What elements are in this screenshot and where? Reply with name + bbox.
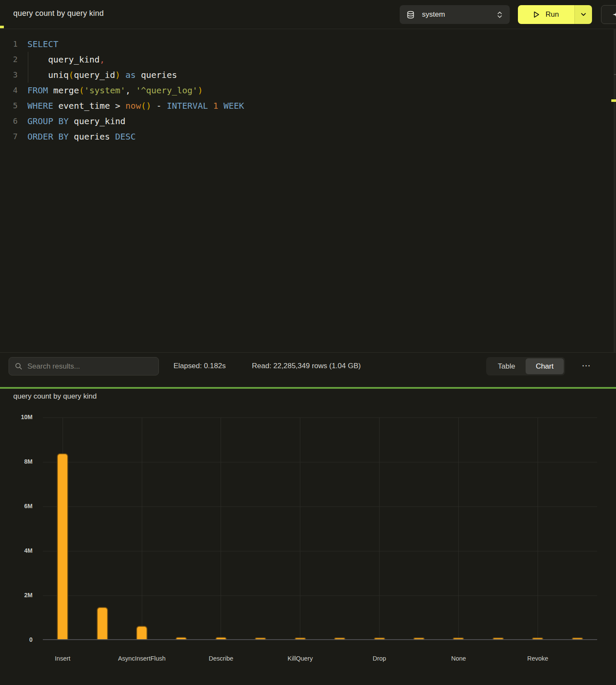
bar-unlabeled[interactable] (255, 637, 266, 639)
indent-guide (28, 52, 28, 83)
code-text: FROM merge('system', '^query_log') (18, 83, 203, 98)
x-tick-label: Drop (373, 655, 386, 662)
x-tick-label: None (451, 655, 466, 662)
bar-slot (399, 417, 439, 639)
bar-Drop[interactable] (374, 637, 385, 639)
line-number: 6 (0, 113, 18, 129)
code-text: ORDER BY queries DESC (18, 129, 136, 144)
y-tick-label: 6M (0, 503, 33, 509)
code-line[interactable]: 5WHERE event_time > now() - INTERVAL 1 W… (0, 98, 616, 113)
run-options-button[interactable] (574, 5, 592, 24)
x-tick-label: Revoke (527, 655, 548, 662)
bar-slot (201, 417, 241, 639)
x-tick-label: Insert (55, 655, 70, 662)
run-button-group: Run (518, 5, 592, 24)
search-icon (15, 363, 22, 370)
database-icon (407, 11, 415, 19)
bar-slot (43, 417, 82, 639)
bar-slot (281, 417, 320, 639)
bar-slot (557, 417, 597, 639)
tab-chart[interactable]: Chart (526, 358, 564, 374)
search-results-input[interactable] (27, 362, 147, 371)
code-line[interactable]: 3 uniq(query_id) as queries (0, 67, 616, 83)
x-tick-label: Describe (209, 655, 233, 662)
bar-slot (82, 417, 122, 639)
line-number: 7 (0, 129, 18, 144)
editor-cursor-mark (0, 26, 4, 28)
code-text: query_kind, (18, 52, 105, 67)
bar-slot (241, 417, 280, 639)
bar-slot (122, 417, 161, 639)
bar-unlabeled[interactable] (176, 637, 187, 639)
chevron-down-icon (581, 13, 586, 16)
code-line[interactable]: 2 query_kind, (0, 52, 616, 67)
bar-None[interactable] (453, 637, 464, 639)
y-tick-label: 4M (0, 547, 33, 554)
bar-unlabeled[interactable] (413, 637, 425, 639)
bar-slot (161, 417, 201, 639)
elapsed-stat: Elapsed: 0.182s (173, 362, 226, 370)
query-title: query count by query kind (13, 9, 104, 18)
bar-unlabeled[interactable] (334, 637, 345, 639)
chart-panel: query count by query kind 10M8M6M4M2M0 I… (0, 389, 616, 684)
tab-table[interactable]: Table (487, 358, 526, 374)
database-selector[interactable]: system (400, 5, 510, 24)
bar-Insert[interactable] (57, 453, 68, 639)
run-button[interactable]: Run (518, 5, 574, 24)
line-number: 2 (0, 52, 18, 67)
y-tick-label: 0 (0, 636, 33, 643)
sql-console-app: query count by query kind system (0, 0, 616, 685)
code-line[interactable]: 4FROM merge('system', '^query_log') (0, 83, 616, 98)
bar-unlabeled[interactable] (493, 637, 504, 639)
code-line[interactable]: 7ORDER BY queries DESC (0, 129, 616, 144)
y-tick-label: 8M (0, 458, 33, 465)
sparkle-icon (611, 9, 616, 20)
code-line[interactable]: 6GROUP BY query_kind (0, 113, 616, 129)
code-text: SELECT (18, 36, 58, 52)
bar-unlabeled[interactable] (572, 637, 583, 639)
bar-Revoke[interactable] (532, 637, 543, 639)
read-stat: Read: 22,285,349 rows (1.04 GB) (252, 362, 361, 370)
database-selector-value: system (422, 10, 496, 19)
editor-scrollbar[interactable] (614, 29, 616, 352)
bar-slot (518, 417, 557, 639)
plot-area (43, 417, 597, 640)
sql-editor[interactable]: 1SELECT2 query_kind,3 uniq(query_id) as … (0, 29, 616, 352)
run-button-label: Run (545, 10, 559, 19)
bar-AsyncInsertFlush[interactable] (136, 626, 147, 639)
scrollbar-marker (611, 99, 616, 102)
x-tick-label: KillQuery (287, 655, 313, 662)
bar-slot (320, 417, 359, 639)
line-number: 5 (0, 98, 18, 113)
code-text: WHERE event_time > now() - INTERVAL 1 WE… (18, 98, 244, 113)
x-tick-label: AsyncInsertFlush (118, 655, 165, 662)
code-line[interactable]: 1SELECT (0, 36, 616, 52)
y-tick-label: 2M (0, 592, 33, 599)
topbar: query count by query kind system (0, 0, 616, 29)
code-text: GROUP BY query_kind (18, 113, 126, 129)
code-lines: 1SELECT2 query_kind,3 uniq(query_id) as … (0, 29, 616, 144)
search-results-box[interactable] (9, 357, 159, 375)
ai-assist-button[interactable] (601, 5, 616, 24)
chart-title: query count by query kind (0, 392, 616, 402)
play-icon (533, 11, 540, 18)
bar-Describe[interactable] (215, 637, 227, 639)
line-number: 3 (0, 67, 18, 83)
bar-chart: 10M8M6M4M2M0 InsertAsyncInsertFlushDescr… (0, 417, 616, 674)
y-axis-labels: 10M8M6M4M2M0 (0, 417, 33, 640)
y-tick-label: 10M (0, 414, 33, 420)
x-axis-labels: InsertAsyncInsertFlushDescribeKillQueryD… (43, 655, 597, 665)
bar-KillQuery[interactable] (295, 637, 306, 639)
bar-slot (359, 417, 399, 639)
line-number: 1 (0, 36, 18, 52)
updown-chevron-icon (496, 11, 503, 19)
more-options-button[interactable]: ⋯ (579, 360, 594, 372)
bar-slot (439, 417, 478, 639)
bar-series (43, 417, 597, 639)
view-toggle: Table Chart (486, 357, 565, 375)
line-number: 4 (0, 83, 18, 98)
code-text: uniq(query_id) as queries (18, 67, 177, 83)
scrollbar-tick (614, 74, 616, 75)
bar-unlabeled[interactable] (97, 607, 108, 639)
results-toolbar: Elapsed: 0.182s Read: 22,285,349 rows (1… (0, 352, 616, 387)
